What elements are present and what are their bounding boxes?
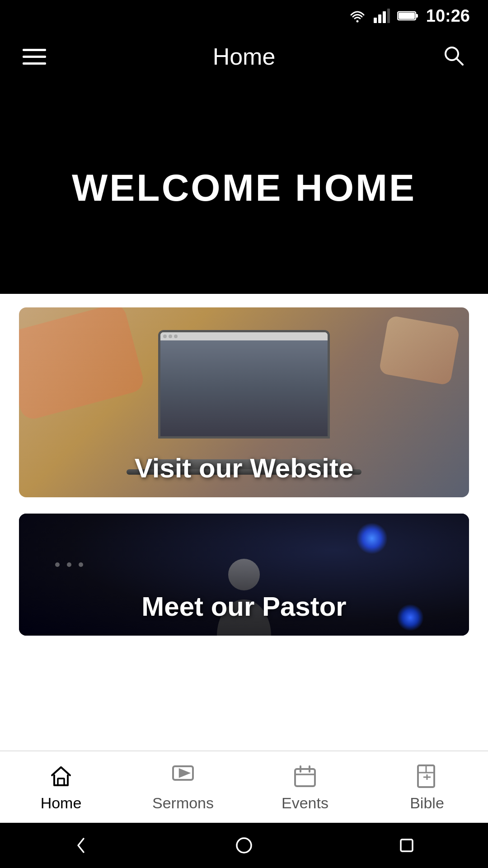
nav-item-events[interactable]: Events (244, 763, 366, 812)
sermons-icon (169, 763, 197, 790)
pastor-head (228, 559, 260, 590)
website-card[interactable]: Visit our Website (19, 307, 469, 497)
svg-rect-23 (401, 840, 413, 851)
pastor-card-label: Meet our Pastor (19, 591, 469, 622)
system-nav-bar (0, 823, 488, 868)
status-bar: 10:26 (0, 0, 488, 32)
signal-icon (374, 9, 390, 23)
battery-icon (397, 9, 419, 22)
status-time: 10:26 (426, 6, 470, 26)
hero-section: WELCOME HOME (0, 81, 488, 294)
svg-point-22 (237, 838, 251, 853)
status-icons: 10:26 (348, 6, 470, 26)
nav-label-home: Home (41, 794, 82, 812)
nav-label-bible: Bible (410, 794, 444, 812)
pastor-card[interactable]: Meet our Pastor (19, 514, 469, 636)
back-button[interactable] (70, 834, 93, 857)
svg-marker-12 (179, 769, 189, 777)
nav-label-events: Events (282, 794, 328, 812)
home-button[interactable] (233, 834, 255, 857)
hero-title: WELCOME HOME (72, 166, 416, 210)
recents-button[interactable] (395, 834, 418, 857)
website-card-label: Visit our Website (19, 453, 469, 497)
nav-item-bible[interactable]: Bible (366, 763, 488, 812)
pastor-light-top (356, 523, 388, 554)
svg-rect-10 (58, 778, 64, 785)
svg-rect-4 (387, 9, 390, 23)
svg-rect-3 (383, 11, 386, 23)
svg-point-0 (356, 20, 358, 23)
nav-label-sermons: Sermons (152, 794, 214, 812)
svg-rect-6 (416, 14, 418, 18)
laptop-screen (158, 330, 330, 439)
svg-line-9 (456, 58, 463, 65)
bible-icon (413, 763, 441, 790)
svg-rect-7 (399, 13, 415, 19)
nav-item-home[interactable]: Home (0, 763, 122, 812)
nav-item-sermons[interactable]: Sermons (122, 763, 244, 812)
wifi-icon (348, 9, 366, 23)
svg-rect-13 (295, 769, 315, 786)
cards-section: Visit our Website Meet our Pastor (0, 294, 488, 636)
page-title: Home (213, 43, 276, 70)
header: Home (0, 32, 488, 81)
pastor-dots (55, 562, 83, 567)
events-icon (291, 763, 319, 790)
decoration-cushion-right (379, 315, 460, 386)
hamburger-menu-button[interactable] (23, 49, 46, 65)
svg-rect-1 (374, 18, 377, 23)
svg-rect-2 (378, 14, 381, 23)
bottom-nav: Home Sermons Events Bible (0, 750, 488, 823)
search-button[interactable] (442, 44, 465, 69)
home-icon (47, 763, 75, 790)
